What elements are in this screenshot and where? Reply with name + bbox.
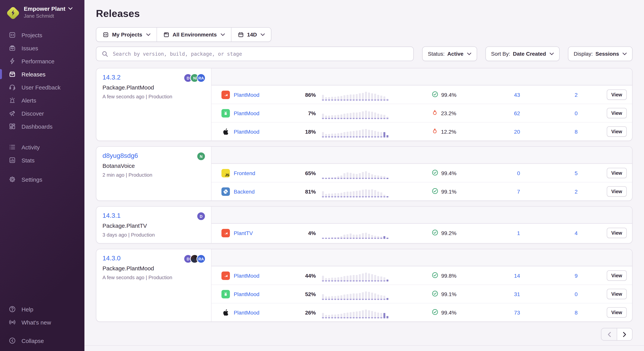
crash-free-ok-icon (432, 229, 438, 236)
project-link[interactable]: PlantTV (234, 230, 253, 236)
sidebar: Empower Plant Jane Schmidt Projects Issu… (0, 0, 84, 351)
next-page-button[interactable] (617, 328, 632, 341)
crash-free-rate-value: 99.4% (441, 309, 456, 315)
crash-free-rate-cell: 99.4% (403, 308, 485, 316)
spark-bar (334, 296, 336, 300)
view-release-button[interactable]: View (606, 126, 627, 137)
crashes-link[interactable]: 14 (514, 272, 520, 279)
sidebar-item-activity[interactable]: Activity (0, 141, 84, 154)
spark-bar (362, 111, 364, 119)
crashes-link[interactable]: 20 (514, 128, 520, 135)
new-issues-link[interactable]: 0 (574, 110, 578, 116)
spark-bar (334, 314, 336, 318)
spark-bar (350, 113, 352, 119)
search-input[interactable] (112, 51, 408, 57)
sidebar-item-stats[interactable]: Stats (0, 154, 84, 167)
spark-bar (371, 274, 373, 281)
search-icon (102, 51, 108, 57)
sidebar-item-help[interactable]: Help (0, 303, 84, 316)
sidebar-item-releases[interactable]: Releases (0, 68, 84, 81)
release-version-link[interactable]: 14.3.2 (102, 74, 121, 81)
crashes-link[interactable]: 0 (517, 170, 520, 176)
release-summary: 14.3.1 Package.PlantTV 3 days ago | Prod… (96, 207, 212, 243)
chevron-down-icon (220, 33, 225, 36)
new-issues-link[interactable]: 2 (574, 92, 578, 98)
new-issues-link[interactable]: 9 (574, 272, 578, 279)
project-link[interactable]: Backend (234, 188, 255, 194)
spark-bar (374, 190, 376, 197)
crashes-link[interactable]: 73 (514, 309, 520, 315)
view-release-button[interactable]: View (606, 228, 627, 238)
sidebar-collapse-button[interactable]: Collapse (0, 334, 84, 347)
previous-page-button[interactable] (601, 328, 617, 341)
app-window: Empower Plant Jane Schmidt Projects Issu… (0, 0, 644, 351)
spark-bar (371, 189, 373, 197)
project-link[interactable]: Frontend (234, 170, 255, 176)
new-issues-link[interactable]: 8 (574, 128, 578, 135)
spark-bar (362, 172, 364, 179)
project-link[interactable]: PlantMood (234, 110, 260, 116)
gear-icon (8, 176, 16, 183)
project-row: PlantMood 18% 12.2% 20 8 View (212, 122, 632, 141)
display-dropdown[interactable]: Display: Sessions (568, 47, 632, 61)
sort-by-dropdown[interactable]: Sort By: Date Created (485, 47, 559, 61)
new-issues-link[interactable]: 5 (574, 170, 578, 176)
main-content: Releases My Projects All Environments 14… (84, 0, 644, 351)
view-release-button[interactable]: View (606, 90, 627, 100)
sidebar-item-whats-new[interactable]: What's new (0, 316, 84, 329)
status-dropdown[interactable]: Status: Active (422, 47, 477, 61)
org-switcher[interactable]: Empower Plant Jane Schmidt (0, 0, 84, 24)
crashes-link[interactable]: 1 (517, 230, 520, 236)
project-link[interactable]: PlantMood (234, 272, 260, 279)
date-range-filter-button[interactable]: 14D (231, 28, 271, 42)
crashes-link[interactable]: 7 (517, 188, 520, 194)
spark-bar (334, 177, 336, 179)
crashes-link[interactable]: 43 (514, 92, 520, 98)
view-release-button[interactable]: View (606, 186, 627, 197)
crash-free-rate-value: 99.1% (441, 188, 456, 194)
crash-free-rate-value: 99.4% (441, 170, 456, 176)
spark-bar (340, 114, 342, 119)
spark-bar (386, 279, 388, 281)
project-link[interactable]: PlantMood (234, 309, 260, 315)
new-issues-link[interactable]: 2 (574, 188, 578, 194)
project-filter-button[interactable]: My Projects (96, 28, 157, 42)
view-release-button[interactable]: View (606, 270, 627, 281)
new-issues-link[interactable]: 4 (574, 230, 578, 236)
new-issues-link[interactable]: 8 (574, 309, 578, 315)
sidebar-item-user-feedback[interactable]: User Feedback (0, 81, 84, 94)
release-meta: 3 days ago | Production (102, 232, 205, 238)
release-version-link[interactable]: 14.3.1 (102, 212, 121, 219)
sidebar-item-performance[interactable]: Performance (0, 55, 84, 68)
sidebar-item-dashboards[interactable]: Dashboards (0, 120, 84, 133)
view-release-button[interactable]: View (606, 168, 627, 178)
environment-filter-button[interactable]: All Environments (157, 28, 231, 42)
spark-bar (337, 115, 339, 119)
spark-bar (377, 175, 379, 179)
sidebar-item-alerts[interactable]: Alerts (0, 94, 84, 107)
spark-bar (325, 115, 327, 119)
spark-bar (368, 173, 370, 179)
search-box[interactable] (96, 47, 414, 61)
spark-bar (362, 190, 364, 197)
release-version-link[interactable]: d8yug8sdg6 (102, 152, 138, 159)
spark-bar (359, 173, 361, 179)
project-link[interactable]: PlantMood (234, 291, 260, 297)
view-release-button[interactable]: View (606, 108, 627, 118)
crashes-link[interactable]: 31 (514, 291, 520, 297)
project-link[interactable]: PlantMood (234, 128, 260, 135)
release-version-link[interactable]: 14.3.0 (102, 255, 121, 262)
view-release-button[interactable]: View (606, 289, 627, 299)
sidebar-item-issues[interactable]: Issues (0, 42, 84, 55)
view-release-button[interactable]: View (606, 307, 627, 317)
project-link[interactable]: PlantMood (234, 92, 260, 98)
new-issues-link[interactable]: 0 (574, 291, 578, 297)
crashes-link[interactable]: 62 (514, 110, 520, 116)
spark-bar (371, 112, 373, 119)
swift-icon (222, 272, 229, 279)
dashboards-icon (8, 123, 16, 130)
sidebar-item-projects[interactable]: Projects (0, 29, 84, 42)
spark-bar (325, 278, 327, 281)
sidebar-item-discover[interactable]: Discover (0, 107, 84, 120)
sidebar-item-settings[interactable]: Settings (0, 173, 84, 186)
